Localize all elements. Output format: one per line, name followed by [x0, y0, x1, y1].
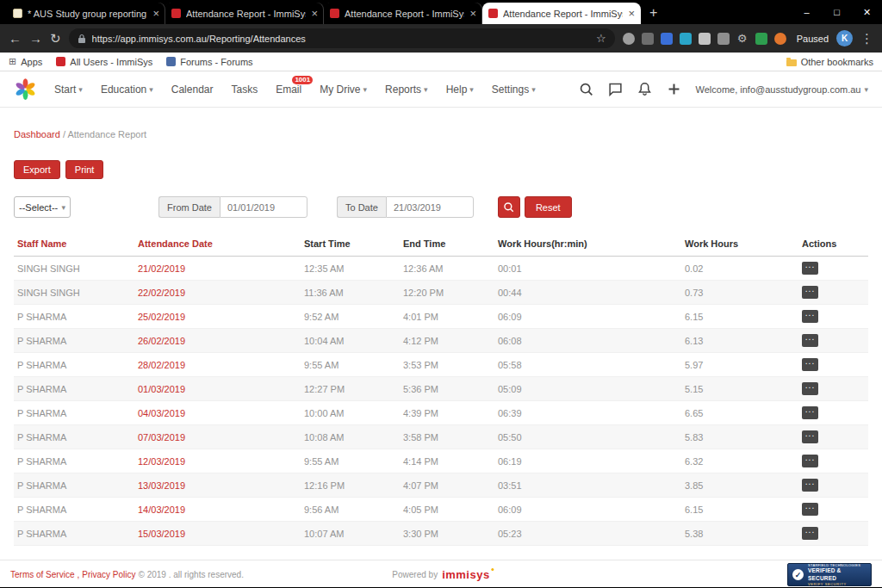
url-text[interactable]: https://app.immisys.com.au/Reporting/Att…: [92, 34, 590, 44]
extension-icon[interactable]: [642, 33, 654, 45]
table-row: SINGH SINGH21/02/201912:35 AM12:36 AM00:…: [14, 257, 868, 281]
cell-attendance-date[interactable]: 28/02/2019: [134, 353, 301, 377]
main-nav: Start▾Education▾CalendarTasksEmail1001My…: [54, 84, 536, 96]
plus-icon[interactable]: [667, 82, 681, 96]
row-actions-button[interactable]: ...: [802, 382, 818, 395]
column-header-staff-name[interactable]: Staff Name: [14, 233, 134, 257]
bookmark-item[interactable]: Forums - Forums: [166, 57, 252, 67]
tab-close-icon[interactable]: ×: [311, 7, 318, 20]
row-actions-button[interactable]: ...: [802, 334, 818, 347]
row-actions-button[interactable]: ...: [802, 430, 818, 443]
chat-icon[interactable]: [608, 82, 623, 96]
nav-item-education[interactable]: Education▾: [101, 84, 153, 96]
export-button[interactable]: Export: [14, 160, 60, 179]
extension-icon[interactable]: [755, 33, 767, 45]
browser-tab[interactable]: Attendance Report - ImmiSys×: [165, 3, 324, 24]
to-date-group: To Date: [337, 196, 474, 218]
extension-icon[interactable]: [661, 33, 673, 45]
lock-icon[interactable]: [78, 34, 86, 44]
tab-favicon-icon: [488, 9, 498, 18]
nav-item-tasks[interactable]: Tasks: [231, 84, 258, 96]
row-actions-button[interactable]: ...: [802, 503, 818, 516]
kebab-menu-icon[interactable]: ⋮: [860, 32, 873, 45]
privacy-link[interactable]: Privacy Policy: [82, 570, 135, 579]
browser-tab[interactable]: * AUS Study group reporting tha...×: [7, 3, 165, 24]
column-header-attendance-date[interactable]: Attendance Date: [134, 233, 301, 257]
search-button[interactable]: [498, 196, 520, 218]
tab-favicon-icon: [13, 9, 22, 18]
extension-icon[interactable]: [699, 33, 711, 45]
cell-actions: ...: [798, 257, 868, 281]
nav-item-settings[interactable]: Settings▾: [492, 84, 536, 96]
extension-icon[interactable]: [774, 33, 786, 45]
cell-work-hours: 3.85: [681, 473, 798, 498]
cell-attendance-date[interactable]: 12/03/2019: [134, 449, 301, 473]
nav-item-reports[interactable]: Reports▾: [385, 84, 428, 96]
bookmark-item[interactable]: ⊞Apps: [9, 57, 42, 67]
search-icon[interactable]: [579, 82, 593, 96]
cell-attendance-date[interactable]: 22/02/2019: [134, 281, 301, 305]
cell-attendance-date[interactable]: 07/03/2019: [134, 425, 301, 449]
browser-tab[interactable]: Attendance Report - ImmiSys×: [324, 3, 482, 24]
other-bookmarks-button[interactable]: Other bookmarks: [786, 57, 873, 67]
breadcrumb-dashboard-link[interactable]: Dashboard: [14, 129, 60, 139]
tab-title: Attendance Report - ImmiSys: [186, 9, 306, 19]
staff-select-value: --Select--: [19, 202, 58, 213]
verified-secured-seal[interactable]: ✓ STARFIELD TECHNOLOGIES VERIFIED & SECU…: [787, 563, 872, 586]
cell-attendance-date[interactable]: 26/02/2019: [134, 329, 301, 353]
cell-attendance-date[interactable]: 04/03/2019: [134, 401, 301, 425]
browser-tab[interactable]: Attendance Report - ImmiSys×: [482, 3, 641, 24]
tab-close-icon[interactable]: ×: [152, 7, 159, 20]
row-actions-button[interactable]: ...: [802, 262, 818, 275]
row-actions-button[interactable]: ...: [802, 455, 818, 467]
extension-icon[interactable]: [623, 33, 635, 45]
nav-item-my-drive[interactable]: My Drive▾: [320, 84, 367, 96]
nav-item-start[interactable]: Start▾: [54, 84, 83, 96]
bookmark-item[interactable]: All Users - ImmiSys: [56, 57, 152, 67]
row-actions-button[interactable]: ...: [802, 310, 818, 323]
to-date-input[interactable]: [386, 196, 474, 218]
row-actions-button[interactable]: ...: [802, 358, 818, 371]
extension-icon[interactable]: [717, 33, 730, 45]
nav-item-email[interactable]: Email1001: [276, 84, 301, 96]
print-button[interactable]: Print: [65, 160, 104, 179]
tab-close-icon[interactable]: ×: [469, 7, 476, 20]
account-menu[interactable]: Welcome, info@ausstudygroup.com.au ▾: [696, 84, 868, 95]
terms-link[interactable]: Terms of Service: [10, 570, 74, 579]
cell-work-hours: 6.32: [681, 449, 798, 473]
cell-attendance-date[interactable]: 25/02/2019: [134, 305, 301, 329]
bookmark-star-icon[interactable]: ☆: [596, 32, 606, 45]
staff-select[interactable]: --Select-- ▾: [14, 196, 71, 218]
extension-icon[interactable]: [680, 33, 692, 45]
tab-close-icon[interactable]: ×: [628, 7, 635, 20]
nav-item-calendar[interactable]: Calendar: [171, 84, 214, 96]
reset-button[interactable]: Reset: [525, 196, 572, 218]
row-actions-button[interactable]: ...: [802, 527, 818, 540]
table-row: P SHARMA14/03/20199:56 AM4:05 PM06:096.1…: [14, 498, 868, 522]
profile-avatar[interactable]: K: [836, 30, 853, 46]
row-actions-button[interactable]: ...: [802, 479, 818, 492]
cell-attendance-date[interactable]: 15/03/2019: [134, 522, 301, 546]
new-tab-button[interactable]: +: [649, 6, 657, 20]
maximize-button[interactable]: □: [822, 0, 852, 24]
row-actions-button[interactable]: ...: [802, 406, 818, 419]
immisys-logo-icon[interactable]: [14, 77, 37, 101]
nav-item-help[interactable]: Help▾: [446, 84, 474, 96]
cell-attendance-date[interactable]: 13/03/2019: [134, 473, 301, 498]
bell-icon[interactable]: [637, 82, 652, 96]
forward-icon[interactable]: →: [29, 32, 42, 45]
minimize-button[interactable]: –: [792, 0, 822, 24]
address-bar[interactable]: https://app.immisys.com.au/Reporting/Att…: [69, 28, 615, 48]
cell-actions: ...: [798, 401, 868, 425]
cell-attendance-date[interactable]: 21/02/2019: [134, 257, 301, 281]
from-date-input[interactable]: [220, 196, 307, 218]
browser-titlebar: * AUS Study group reporting tha...×Atten…: [0, 0, 882, 24]
row-actions-button[interactable]: ...: [802, 286, 818, 299]
reload-icon[interactable]: ↻: [50, 32, 61, 45]
close-button[interactable]: ✕: [852, 0, 882, 24]
gear-extension-icon[interactable]: ⚙: [736, 33, 748, 45]
cell-attendance-date[interactable]: 14/03/2019: [134, 498, 301, 522]
back-icon[interactable]: ←: [9, 32, 22, 45]
cell-attendance-date[interactable]: 01/03/2019: [134, 377, 301, 401]
cell-work-hours: 6.15: [681, 305, 798, 329]
